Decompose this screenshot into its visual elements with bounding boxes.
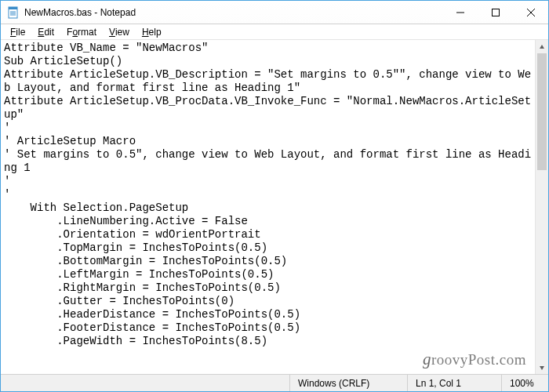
editor-area: Attribute VB_Name = "NewMacros" Sub Arti…: [1, 40, 548, 374]
status-caret-position: Ln 1, Col 1: [407, 375, 501, 391]
status-zoom[interactable]: 100%: [501, 375, 548, 391]
titlebar: NewMacros.bas - Notepad: [1, 1, 548, 24]
menu-format[interactable]: Format: [60, 25, 103, 39]
menu-view[interactable]: View: [103, 25, 136, 39]
minimize-button[interactable]: [442, 1, 478, 24]
svg-rect-6: [492, 9, 499, 16]
menubar: File Edit Format View Help: [1, 24, 548, 40]
svg-marker-10: [540, 366, 544, 370]
scroll-down-arrow-icon[interactable]: [536, 361, 548, 374]
maximize-button[interactable]: [478, 1, 513, 24]
status-line-ending: Windows (CRLF): [289, 375, 407, 391]
menu-edit[interactable]: Edit: [31, 25, 60, 39]
scroll-up-arrow-icon[interactable]: [536, 40, 548, 53]
text-editor[interactable]: Attribute VB_Name = "NewMacros" Sub Arti…: [1, 40, 535, 374]
close-button[interactable]: [513, 1, 548, 24]
menu-help[interactable]: Help: [136, 25, 168, 39]
notepad-app-icon: [7, 6, 20, 19]
window-controls: [442, 1, 548, 24]
vertical-scrollbar[interactable]: [535, 40, 548, 374]
svg-rect-1: [9, 7, 17, 9]
svg-marker-9: [540, 45, 544, 49]
scrollbar-thumb[interactable]: [537, 53, 547, 170]
scrollbar-track[interactable]: [536, 53, 548, 361]
window-title: NewMacros.bas - Notepad: [24, 7, 442, 18]
menu-file[interactable]: File: [4, 25, 31, 39]
statusbar: Windows (CRLF) Ln 1, Col 1 100%: [1, 374, 548, 391]
statusbar-spacer: [1, 375, 289, 391]
